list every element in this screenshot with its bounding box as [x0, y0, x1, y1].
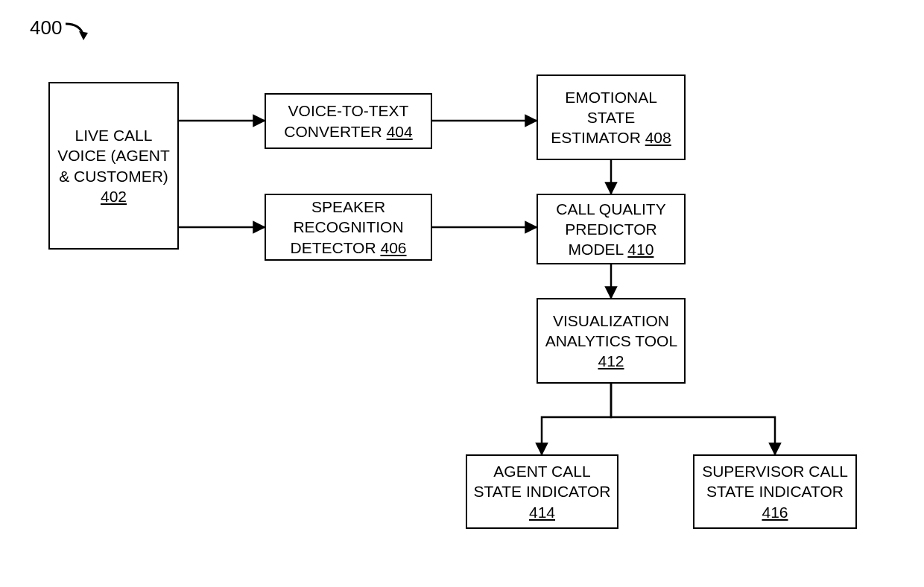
block-ref: 414: [529, 504, 555, 521]
block-call-quality-predictor-model: CALL QUALITY PREDICTOR MODEL 410: [537, 194, 686, 264]
block-ref: 408: [645, 129, 671, 146]
diagram-canvas: 400 LIVE CALL VOICE (AGENT & CUSTOMER) 4…: [0, 0, 924, 587]
figure-number-hook-arrow: [64, 22, 94, 43]
block-speaker-recognition-detector: SPEAKER RECOGNITION DETECTOR 406: [265, 194, 432, 261]
block-text: VISUALIZATION ANALYTICS TOOL: [545, 312, 677, 349]
block-ref: 412: [598, 352, 624, 369]
block-live-call-voice: LIVE CALL VOICE (AGENT & CUSTOMER) 402: [48, 82, 179, 250]
figure-number-text: 400: [30, 16, 62, 39]
block-text: AGENT CALL STATE INDICATOR: [474, 463, 611, 500]
block-visualization-analytics-tool: VISUALIZATION ANALYTICS TOOL 412: [537, 298, 686, 384]
block-ref: 416: [762, 504, 788, 521]
block-ref: 404: [387, 123, 413, 140]
figure-number-label: 400: [30, 16, 62, 39]
block-ref: 406: [380, 239, 406, 256]
block-voice-to-text-converter: VOICE-TO-TEXT CONVERTER 404: [265, 93, 432, 149]
block-supervisor-call-state-indicator: SUPERVISOR CALL STATE INDICATOR 416: [693, 454, 857, 529]
block-text: SUPERVISOR CALL STATE INDICATOR: [702, 463, 848, 500]
block-ref: 402: [101, 186, 127, 206]
block-text: EMOTIONAL STATE ESTIMATOR: [551, 89, 657, 147]
block-ref: 410: [627, 241, 654, 258]
block-emotional-state-estimator: EMOTIONAL STATE ESTIMATOR 408: [537, 74, 686, 160]
block-text: LIVE CALL VOICE (AGENT & CUSTOMER): [56, 125, 171, 186]
block-agent-call-state-indicator: AGENT CALL STATE INDICATOR 414: [466, 454, 618, 529]
